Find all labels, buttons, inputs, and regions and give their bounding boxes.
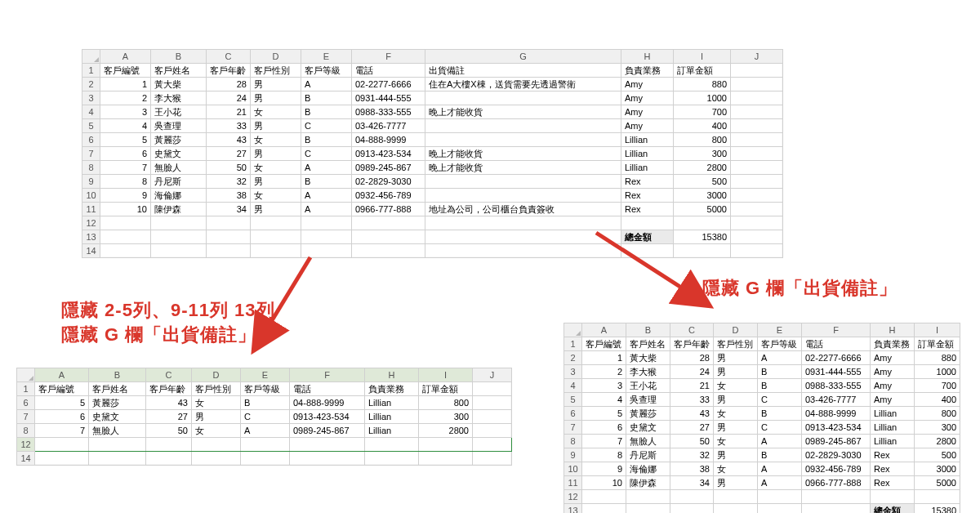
select-all-corner[interactable] (17, 368, 35, 382)
hdr-amount[interactable]: 訂單金額 (674, 64, 731, 78)
cell[interactable]: 28 (207, 78, 251, 91)
row-11[interactable]: 11 (82, 203, 100, 216)
col-D[interactable]: D (714, 323, 758, 337)
table-row[interactable]: 54吳查理33男C03-426-7777Amy400 (564, 393, 960, 407)
cell[interactable]: 男 (251, 78, 301, 91)
row-13[interactable]: 13 (82, 230, 100, 244)
total-label[interactable]: 總金額 (871, 504, 915, 514)
col-D[interactable]: D (192, 368, 241, 382)
col-C[interactable]: C (670, 323, 714, 337)
table-row[interactable]: 43王小花21女B0988-333-555Amy700 (564, 379, 960, 393)
col-A[interactable]: A (100, 50, 151, 64)
table-row-selected[interactable]: 12 (17, 438, 512, 452)
col-E[interactable]: E (758, 323, 802, 337)
row-14[interactable]: 14 (82, 244, 100, 258)
table-row[interactable]: 11 10陳伊森34男A0966-777-888地址為公司，公司櫃台負責簽收Re… (82, 203, 783, 216)
col-F[interactable]: F (290, 368, 365, 382)
hdr-phone[interactable]: 電話 (352, 64, 425, 78)
total-label[interactable]: 總金額 (621, 230, 674, 244)
cell-blank[interactable] (731, 64, 783, 78)
col-G[interactable]: G (425, 50, 621, 64)
spreadsheet-bottom-right[interactable]: A B C D E F H I 1 客戶編號客戶姓名客戶年齡客戶性別客戶等級電話… (564, 323, 960, 513)
table-row-blank[interactable]: 14 (82, 244, 783, 258)
row-7[interactable]: 7 (17, 410, 35, 424)
hdr-note[interactable]: 出貨備註 (425, 64, 621, 78)
col-H[interactable]: H (365, 368, 419, 382)
row-14[interactable]: 14 (17, 452, 35, 466)
table-row[interactable]: 7 6史黛文27男C0913-423-534Lillian300 (17, 410, 512, 424)
cell-blank[interactable] (731, 78, 783, 91)
col-A[interactable]: A (35, 368, 89, 382)
table-header-row[interactable]: 1 客戶編號客戶姓名客戶年齡客戶性別客戶等級電話負責業務訂單金額 (564, 337, 960, 351)
col-D[interactable]: D (251, 50, 301, 64)
col-F[interactable]: F (352, 50, 425, 64)
col-J[interactable]: J (731, 50, 783, 64)
col-B[interactable]: B (89, 368, 146, 382)
row-6[interactable]: 6 (82, 133, 100, 147)
row-8[interactable]: 8 (82, 161, 100, 175)
column-header-row[interactable]: A B C D E F H I (564, 323, 960, 337)
table-row[interactable]: 87無臉人50女A0989-245-867Lillian2800 (564, 435, 960, 448)
col-H[interactable]: H (621, 50, 674, 64)
col-J[interactable]: J (473, 368, 512, 382)
spreadsheet-top[interactable]: A B C D E F G H I J 1 客戶編號 客戶姓名 客戶年齡 客戶性… (82, 49, 783, 258)
table-row-blank[interactable]: 12 (82, 216, 783, 230)
row-12[interactable]: 12 (82, 216, 100, 230)
table-row[interactable]: 6 5黃麗莎43女B04-888-9999Lillian800 (17, 396, 512, 410)
hdr-age[interactable]: 客戶年齡 (207, 64, 251, 78)
column-header-row[interactable]: A B C D E F H I J (17, 368, 512, 382)
table-row-total[interactable]: 13 總金額 15380 (82, 230, 783, 244)
cell[interactable]: 黃大柴 (151, 78, 207, 91)
cell[interactable]: 880 (674, 78, 731, 91)
table-row-blank[interactable]: 12 (564, 490, 960, 504)
col-F[interactable]: F (802, 323, 871, 337)
hdr-level[interactable]: 客戶等級 (301, 64, 352, 78)
hdr-id[interactable]: 客戶編號 (100, 64, 151, 78)
row-5[interactable]: 5 (82, 119, 100, 133)
row-4[interactable]: 4 (82, 105, 100, 119)
col-E[interactable]: E (301, 50, 352, 64)
row-1[interactable]: 1 (82, 64, 100, 78)
table-row[interactable]: 98丹尼斯32男B02-2829-3030Rex500 (564, 448, 960, 462)
col-C[interactable]: C (207, 50, 251, 64)
table-row[interactable]: 21黃大柴28男A02-2277-6666Amy880 (564, 351, 960, 365)
table-row[interactable]: 4 3王小花21女B0988-333-555晚上才能收貨Amy700 (82, 105, 783, 119)
row-10[interactable]: 10 (82, 189, 100, 203)
hdr-name[interactable]: 客戶姓名 (151, 64, 207, 78)
cell[interactable]: 住在A大樓X棟，送貨需要先透過警衛 (425, 78, 621, 91)
row-7[interactable]: 7 (82, 147, 100, 161)
table-row[interactable]: 1110陳伊森34男A0966-777-888Rex5000 (564, 476, 960, 490)
row-2[interactable]: 2 (82, 78, 100, 91)
col-E[interactable]: E (241, 368, 290, 382)
table-row-blank[interactable]: 14 (17, 452, 512, 466)
table-row[interactable]: 8 7無臉人50女A0989-245-867晚上才能收貨Lillian2800 (82, 161, 783, 175)
col-B[interactable]: B (151, 50, 207, 64)
select-all-corner[interactable] (82, 50, 100, 64)
col-A[interactable]: A (582, 323, 626, 337)
table-row[interactable]: 5 4吳查理33男C03-426-7777Amy400 (82, 119, 783, 133)
table-row[interactable]: 8 7無臉人50女A0989-245-867Lillian2800 (17, 424, 512, 438)
row-1[interactable]: 1 (17, 382, 35, 396)
table-row[interactable]: 3 2李大猴24男B0931-444-555Amy1000 (82, 91, 783, 105)
table-row[interactable]: 32李大猴24男B0931-444-555Amy1000 (564, 365, 960, 379)
table-row[interactable]: 6 5黃麗莎43女B04-888-9999Lillian800 (82, 133, 783, 147)
table-row[interactable]: 2 1 黃大柴 28 男 A 02-2277-6666 住在A大樓X棟，送貨需要… (82, 78, 783, 91)
row-12[interactable]: 12 (17, 438, 35, 452)
table-header-row[interactable]: 1 客戶編號客戶姓名客戶年齡客戶性別客戶等級電話負責業務訂單金額 (17, 382, 512, 396)
hdr-sales[interactable]: 負責業務 (621, 64, 674, 78)
table-row[interactable]: 76史黛文27男C0913-423-534Lillian300 (564, 421, 960, 435)
cell[interactable]: 1 (100, 78, 151, 91)
hdr-gender[interactable]: 客戶性別 (251, 64, 301, 78)
table-row[interactable]: 109海倫娜38女A0932-456-789Rex3000 (564, 462, 960, 476)
cell[interactable]: Amy (621, 78, 674, 91)
col-B[interactable]: B (626, 323, 670, 337)
col-H[interactable]: H (871, 323, 915, 337)
table-header-row[interactable]: 1 客戶編號 客戶姓名 客戶年齡 客戶性別 客戶等級 電話 出貨備註 負責業務 … (82, 64, 783, 78)
row-9[interactable]: 9 (82, 175, 100, 189)
total-value[interactable]: 15380 (674, 230, 731, 244)
row-8[interactable]: 8 (17, 424, 35, 438)
table-row[interactable]: 10 9海倫娜38女A0932-456-789Rex3000 (82, 189, 783, 203)
table-row[interactable]: 9 8丹尼斯32男B02-2829-3030Rex500 (82, 175, 783, 189)
table-row[interactable]: 7 6史黛文27男C0913-423-534晚上才能收貨Lillian300 (82, 147, 783, 161)
total-value[interactable]: 15380 (915, 504, 960, 514)
